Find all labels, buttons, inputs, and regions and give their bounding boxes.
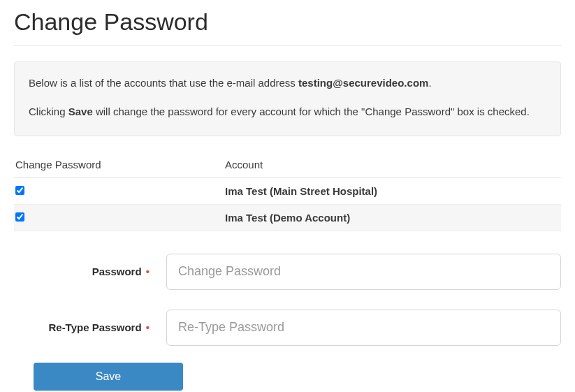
info-line2-suffix: will change the password for every accou… [93,106,530,117]
change-password-checkbox[interactable] [15,212,24,222]
password-input[interactable] [166,254,561,290]
info-line-1: Below is a list of the accounts that use… [29,75,546,91]
table-header-change: Change Password [14,152,224,178]
password-label-wrap: Password • [14,266,155,277]
info-email: testing@securevideo.com [298,77,428,89]
password-row: Password • [14,251,561,290]
retype-password-row: Re-Type Password • [14,307,561,346]
info-line1-suffix: . [428,77,431,89]
info-line2-bold: Save [68,106,93,117]
required-indicator: • [146,266,150,277]
retype-password-label-wrap: Re-Type Password • [14,321,155,333]
retype-password-input[interactable] [166,310,561,346]
account-cell: Ima Test (Main Street Hospital) [224,177,561,204]
info-line2-prefix: Clicking [29,106,68,117]
table-row: Ima Test (Main Street Hospital) [14,177,561,204]
password-label: Password [92,266,142,277]
save-button[interactable]: Save [34,363,183,391]
change-password-checkbox[interactable] [15,186,24,195]
accounts-table: Change Password Account Ima Test (Main S… [14,152,561,231]
divider [14,45,561,46]
page-title: Change Password [14,8,561,36]
table-header-account: Account [224,152,561,178]
account-cell: Ima Test (Demo Account) [224,204,561,231]
info-line-2: Clicking Save will change the password f… [29,103,546,119]
info-box: Below is a list of the accounts that use… [14,61,561,136]
table-row: Ima Test (Demo Account) [14,204,561,231]
info-line1-prefix: Below is a list of the accounts that use… [29,77,298,89]
button-row: Save [14,363,561,391]
required-indicator: • [146,321,150,333]
retype-password-label: Re-Type Password [48,321,141,333]
